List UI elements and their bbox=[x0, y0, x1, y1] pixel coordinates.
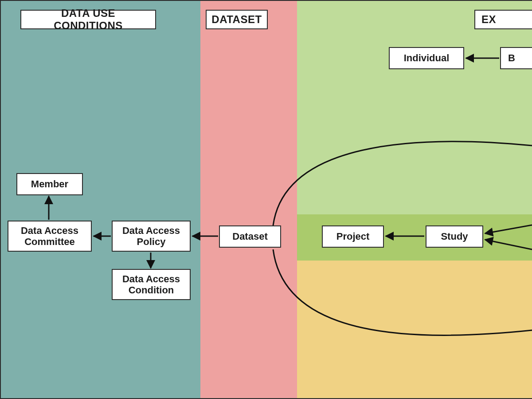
node-member: Member bbox=[16, 173, 83, 195]
region-experiment-bottom bbox=[297, 239, 532, 398]
node-data-access-committee: Data Access Committee bbox=[8, 221, 92, 252]
node-project: Project bbox=[322, 225, 384, 248]
region-data-use-conditions bbox=[1, 1, 200, 398]
region-experiment-top bbox=[297, 1, 532, 239]
region-label-dataset: DATASET bbox=[206, 10, 268, 29]
node-individual: Individual bbox=[389, 47, 464, 69]
diagram-canvas: DATA USE CONDITIONS DATASET EX Member Da… bbox=[0, 0, 532, 399]
node-b-partial: B bbox=[500, 47, 532, 69]
node-study: Study bbox=[426, 225, 483, 248]
node-data-access-policy: Data Access Policy bbox=[112, 221, 191, 252]
region-label-experiment-partial: EX bbox=[474, 10, 532, 29]
region-dataset bbox=[200, 1, 297, 398]
node-dataset: Dataset bbox=[219, 225, 281, 248]
node-data-access-condition: Data Access Condition bbox=[112, 269, 191, 300]
region-label-data-use-conditions: DATA USE CONDITIONS bbox=[20, 10, 156, 29]
